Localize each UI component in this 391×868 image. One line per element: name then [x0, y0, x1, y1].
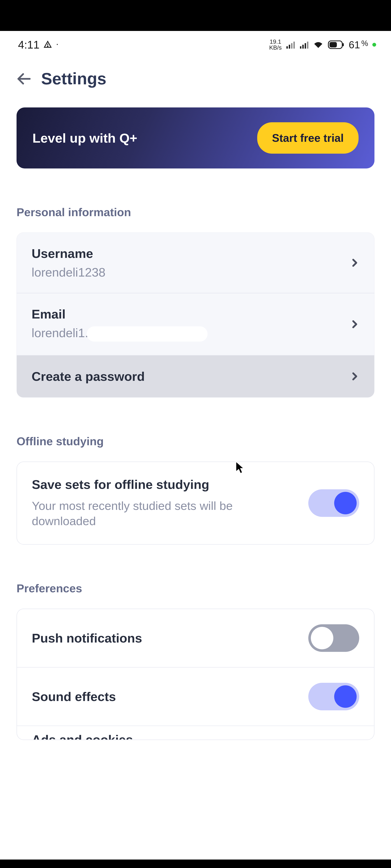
- svg-rect-7: [302, 45, 303, 49]
- save-sets-description: Your most recently studied sets will be …: [32, 498, 300, 529]
- sound-effects-toggle[interactable]: [308, 683, 359, 710]
- status-bar-left: 4:11 ·: [18, 38, 59, 51]
- section-header-preferences: Preferences: [17, 582, 374, 595]
- status-bar-right: 19.1 KB/s 61 %: [269, 39, 376, 51]
- create-password-row[interactable]: Create a password: [17, 355, 374, 397]
- back-arrow-icon[interactable]: [17, 72, 31, 86]
- wifi-icon: [313, 41, 323, 49]
- toggle-knob: [311, 627, 333, 649]
- status-separator-dot: ·: [56, 39, 59, 49]
- email-row[interactable]: Email lorendeli1.: [17, 293, 374, 355]
- email-label: Email: [32, 307, 350, 321]
- svg-rect-8: [304, 43, 306, 49]
- privacy-indicator-dot: [372, 43, 376, 46]
- data-rate-indicator: 19.1 KB/s: [269, 39, 281, 51]
- personal-information-section: Personal information Username lorendeli1…: [17, 206, 374, 398]
- push-notifications-row: Push notifications: [17, 609, 374, 668]
- push-notifications-toggle[interactable]: [308, 624, 359, 652]
- svg-rect-9: [307, 41, 308, 49]
- save-sets-label: Save sets for offline studying: [32, 477, 300, 492]
- personal-info-card: Username lorendeli1238 Email lorendeli1.…: [17, 232, 374, 398]
- svg-rect-4: [291, 43, 292, 49]
- page-header: Settings: [0, 56, 391, 107]
- ads-cookies-label: Ads and cookies: [32, 733, 359, 740]
- start-free-trial-button[interactable]: Start free trial: [257, 122, 359, 154]
- preferences-card: Push notifications Sound effects Ads and…: [17, 609, 374, 740]
- promo-banner: Level up with Q+ Start free trial: [17, 107, 374, 168]
- section-header-offline: Offline studying: [17, 435, 374, 448]
- status-time: 4:11: [18, 38, 39, 51]
- username-value: lorendeli1238: [32, 265, 350, 279]
- toggle-knob: [334, 685, 357, 708]
- signal-bars-icon-2: [300, 41, 309, 49]
- sound-effects-row: Sound effects: [17, 668, 374, 726]
- chevron-right-icon: [350, 258, 359, 268]
- sound-effects-label: Sound effects: [32, 689, 300, 704]
- username-label: Username: [32, 246, 350, 261]
- signal-bars-icon-1: [286, 41, 295, 49]
- section-header-personal: Personal information: [17, 206, 374, 219]
- svg-rect-2: [286, 46, 288, 49]
- email-value: lorendeli1.: [32, 326, 350, 342]
- page-title: Settings: [41, 69, 107, 88]
- email-redacted-pill: [87, 327, 208, 342]
- toggle-knob: [334, 492, 357, 514]
- push-notifications-label: Push notifications: [32, 631, 300, 646]
- status-bar: 4:11 · 19.1 KB/s: [0, 31, 391, 56]
- chevron-right-icon: [350, 319, 359, 329]
- create-password-label: Create a password: [32, 369, 350, 384]
- letterbox-top: [0, 0, 391, 31]
- percent-sign: %: [361, 39, 368, 48]
- svg-rect-5: [293, 41, 295, 49]
- svg-rect-12: [343, 43, 344, 46]
- svg-rect-11: [330, 42, 337, 47]
- battery-icon: [328, 40, 344, 49]
- letterbox-bottom: [0, 860, 391, 868]
- ads-cookies-row[interactable]: Ads and cookies: [17, 726, 374, 740]
- username-row[interactable]: Username lorendeli1238: [17, 233, 374, 293]
- svg-rect-3: [289, 45, 290, 49]
- promo-text: Level up with Q+: [32, 130, 137, 146]
- svg-rect-6: [300, 46, 301, 49]
- save-sets-row: Save sets for offline studying Your most…: [17, 462, 374, 545]
- offline-studying-section: Offline studying Save sets for offline s…: [17, 435, 374, 545]
- triangle-alert-icon: [43, 40, 52, 49]
- preferences-section: Preferences Push notifications Sound eff…: [17, 582, 374, 740]
- battery-percent: 61: [349, 39, 360, 51]
- save-sets-toggle[interactable]: [308, 489, 359, 517]
- offline-card: Save sets for offline studying Your most…: [17, 462, 374, 545]
- svg-point-1: [48, 46, 48, 46]
- chevron-right-icon: [350, 372, 359, 381]
